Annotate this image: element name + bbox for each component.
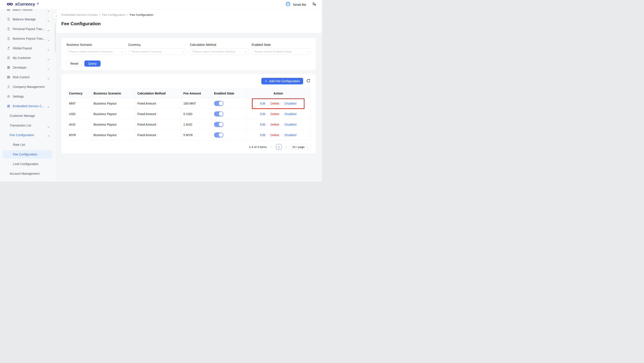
page-size-select[interactable]: 10 / page (290, 144, 310, 150)
cell-business-scenario: Business Payout (91, 98, 135, 109)
cell-calculation-method: Fixed Amount (135, 130, 181, 140)
cell-enabled-state (212, 109, 246, 119)
action-divider: | (282, 102, 282, 105)
filter-currency: Currency Please Select Currency (128, 43, 187, 55)
sidebar-item-balance-manage[interactable]: Balance Manage (0, 15, 56, 24)
next-page-button[interactable] (284, 146, 287, 148)
column-header-calculation-method: Calculation Method (135, 89, 181, 98)
logo[interactable]: xCurrency (6, 2, 39, 8)
action-divider: | (282, 134, 282, 137)
filter-actions: Reset Query (66, 61, 310, 67)
language-switch-button[interactable] (312, 2, 316, 7)
sidebar-item-customer-manage[interactable]: Customer Manage (0, 111, 56, 121)
edit-link[interactable]: Edit (260, 133, 265, 137)
previous-page-button[interactable] (270, 146, 273, 148)
reset-button[interactable]: Reset (66, 61, 82, 67)
sidebar-item-fee-configuration-active[interactable]: Fee Configuration (0, 150, 56, 159)
enabled-state-select[interactable]: Please Select Enabled State (252, 48, 310, 55)
chevron-left-icon (56, 15, 58, 17)
enabled-toggle-on[interactable] (214, 101, 224, 106)
sidebar-item-risk-control[interactable]: Risk Control (0, 72, 56, 82)
sidebar-scrollbar[interactable] (55, 23, 56, 53)
sidebar-item-settings[interactable]: Settings (0, 92, 56, 101)
sidebar-collapse-button[interactable] (53, 13, 59, 19)
chevron-down-icon (306, 146, 308, 148)
calculation-method-select[interactable]: Please Input Calculation Method (190, 48, 249, 55)
cell-action: Edit|Delete|Disabled (246, 119, 310, 130)
sidebar-item-label: Fee Configuration (13, 153, 37, 156)
sidebar-item-label: Risk Control (13, 75, 29, 79)
sidebar-item-my-customer[interactable]: My Customer (0, 53, 56, 63)
sidebar-item-label: Personal Payout Tran... (13, 27, 45, 31)
sidebar-item-company-management[interactable]: Company Management (0, 82, 56, 92)
disabled-link[interactable]: Disabled (284, 123, 296, 126)
cell-enabled-state (212, 98, 246, 109)
enabled-toggle-on[interactable] (214, 122, 224, 127)
pagination-total: 1-4 of 4 items (249, 145, 267, 149)
breadcrumb-item[interactable]: Fee Configuration (102, 13, 126, 17)
breadcrumb-item-current: Fee Configuration (130, 13, 153, 17)
add-fee-configuration-button[interactable]: + Add Fee Configuration (261, 78, 303, 84)
enabled-toggle-on[interactable] (214, 111, 224, 116)
sidebar-item-business-payout[interactable]: Business Payout Tran... (0, 34, 56, 43)
sidebar-item-label: Developer (13, 66, 27, 69)
plus-icon: + (265, 79, 267, 83)
sidebar-item-transaction-list[interactable]: Transaction List (0, 121, 56, 130)
breadcrumb-item[interactable]: Embedded Service Counter (61, 13, 98, 17)
user-name: Serati Ma (293, 3, 306, 6)
enabled-toggle-on[interactable] (214, 132, 224, 137)
disabled-link[interactable]: Disabled (284, 112, 296, 116)
app-root: xCurrency (0, 0, 322, 182)
sidebar-item-embedded-service-counter[interactable]: Embedded Service C... (0, 101, 56, 111)
cell-fee-amount: 5 USD (181, 109, 212, 119)
delete-link[interactable]: Delete (270, 102, 279, 105)
disabled-link[interactable]: Disabled (284, 133, 296, 137)
users-icon (6, 56, 10, 60)
sidebar-item-global-payout[interactable]: Global Payout (0, 43, 56, 53)
table-row: MYR Business Payout Fixed Amount 5 MYR E… (67, 130, 310, 140)
sidebar-item-label: Batch Transfer (13, 9, 33, 12)
cell-fee-amount: 100 MNT (181, 98, 212, 109)
user-menu[interactable]: Serati Ma (285, 1, 306, 8)
gear-icon (6, 95, 10, 98)
sidebar-item-personal-payout[interactable]: Personal Payout Tran... (0, 24, 56, 34)
sidebar-item-batch-transfer[interactable]: Batch Transfer (0, 9, 56, 15)
sidebar: Batch Transfer Balance Manage Personal P… (0, 9, 56, 182)
delete-link[interactable]: Delete (270, 133, 279, 137)
bank-icon (6, 104, 10, 108)
page-number-button[interactable]: 1 (276, 144, 282, 150)
delete-link[interactable]: Delete (270, 112, 279, 116)
edit-link[interactable]: Edit (260, 123, 265, 126)
refresh-button[interactable] (306, 79, 310, 84)
page-title: Fee Configuration (61, 21, 316, 26)
edit-link[interactable]: Edit (260, 102, 265, 105)
filter-enabled-state: Enabled State Please Select Enabled Stat… (252, 43, 310, 55)
disabled-link[interactable]: Disabled (284, 102, 296, 105)
column-header-currency: Currency (67, 89, 91, 98)
cell-fee-amount: 5 MYR (181, 130, 212, 140)
sidebar-item-limit-configuration[interactable]: Limit Configuration (0, 159, 56, 169)
sidebar-item-rate-list[interactable]: Rate List (0, 140, 56, 150)
table-row: USD Business Payout Fixed Amount 5 USD E… (67, 109, 310, 119)
header-right: Serati Ma (285, 1, 316, 8)
cell-currency: USD (67, 109, 91, 119)
cell-enabled-state (212, 130, 246, 140)
sidebar-group-fee-configuration[interactable]: Fee Configuration (0, 130, 56, 140)
sidebar-item-label: Balance Manage (13, 18, 36, 21)
filter-label: Currency (128, 43, 187, 47)
sidebar-item-label: Limit Configuration (13, 162, 38, 166)
query-button[interactable]: Query (84, 61, 100, 67)
sidebar-nav: Batch Transfer Balance Manage Personal P… (0, 9, 56, 178)
breadcrumb-separator: / (127, 13, 128, 17)
delete-link[interactable]: Delete (270, 123, 279, 126)
sidebar-item-account-management[interactable]: Account Management (0, 169, 56, 178)
sidebar-item-developer[interactable]: Developer (0, 63, 56, 72)
cell-calculation-method: Fixed Amount (135, 109, 181, 119)
currency-select[interactable]: Please Select Currency (128, 48, 187, 55)
cell-enabled-state (212, 119, 246, 130)
edit-link[interactable]: Edit (260, 112, 265, 116)
table-header-row: Currency Business Scenario Calculation M… (67, 89, 310, 98)
select-placeholder: Please Select Currency (131, 50, 162, 53)
sidebar-item-label: Business Payout Tran... (13, 37, 45, 40)
business-scenario-select[interactable]: Please Select Business Scenario (66, 48, 126, 55)
